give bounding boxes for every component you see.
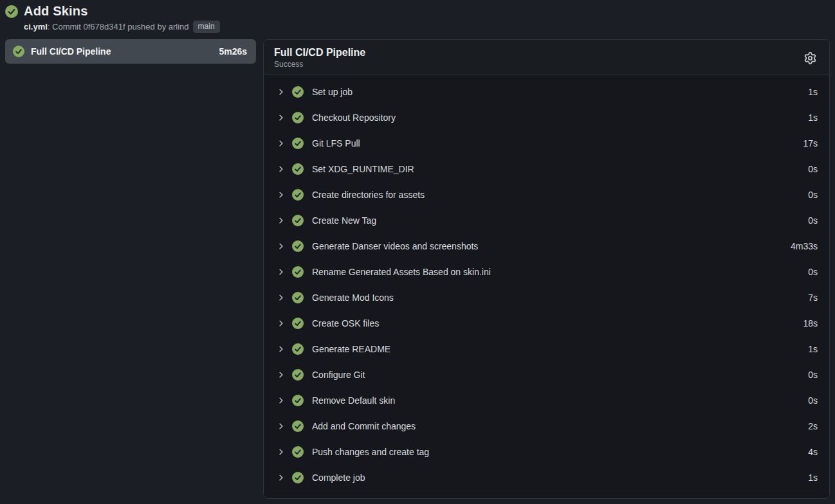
- step-duration: 4s: [808, 447, 818, 457]
- step-row[interactable]: Rename Generated Assets Based on skin.in…: [264, 259, 829, 285]
- run-content: Full CI/CD Pipeline 5m26s Full CI/CD Pip…: [0, 38, 835, 504]
- chevron-right-icon[interactable]: [277, 345, 285, 353]
- chevron-right-icon[interactable]: [277, 371, 285, 379]
- chevron-right-icon[interactable]: [277, 242, 285, 250]
- chevron-right-icon[interactable]: [277, 422, 285, 430]
- step-name: Remove Default skin: [312, 395, 808, 406]
- step-duration: 1s: [808, 473, 818, 483]
- step-duration: 0s: [808, 267, 818, 277]
- step-name: Add and Commit changes: [312, 421, 808, 431]
- step-row[interactable]: Complete job 1s: [264, 465, 829, 491]
- step-name: Generate Danser videos and screenshots: [312, 241, 791, 251]
- step-row[interactable]: Configure Git 0s: [264, 362, 829, 388]
- step-duration: 1s: [808, 113, 818, 123]
- step-duration: 0s: [808, 215, 818, 226]
- step-success-check-circle-icon: [292, 189, 304, 201]
- job-item-full-ci-cd-pipeline[interactable]: Full CI/CD Pipeline 5m26s: [5, 39, 256, 64]
- step-row[interactable]: Create OSK files 18s: [264, 310, 829, 336]
- chevron-right-icon[interactable]: [277, 88, 285, 96]
- step-name: Generate Mod Icons: [312, 292, 808, 303]
- job-success-check-circle-icon: [13, 46, 24, 57]
- step-duration: 0s: [808, 164, 818, 174]
- step-duration: 0s: [808, 190, 818, 200]
- step-row[interactable]: Create directories for assets 0s: [264, 182, 829, 208]
- branch-badge[interactable]: main: [193, 21, 220, 33]
- step-name: Create directories for assets: [312, 190, 808, 200]
- chevron-right-icon[interactable]: [277, 294, 285, 302]
- step-row[interactable]: Generate Danser videos and screenshots 4…: [264, 233, 829, 259]
- step-name: Set up job: [312, 87, 808, 97]
- step-name: Create OSK files: [312, 318, 803, 328]
- step-row[interactable]: Create New Tag 0s: [264, 208, 829, 233]
- step-name: Complete job: [312, 473, 808, 483]
- step-name: Set XDG_RUNTIME_DIR: [312, 164, 808, 174]
- step-success-check-circle-icon: [292, 163, 304, 175]
- step-duration: 2s: [808, 421, 818, 431]
- job-panel-title: Full CI/CD Pipeline: [274, 47, 802, 59]
- step-success-check-circle-icon: [292, 395, 304, 406]
- commit-summary: ci.yml: Commit 0f678d341f pushed by arli…: [24, 22, 189, 32]
- chevron-right-icon[interactable]: [277, 397, 285, 404]
- step-success-check-circle-icon: [292, 472, 304, 483]
- run-title: Add Skins: [24, 4, 88, 19]
- step-success-check-circle-icon: [292, 138, 304, 149]
- step-row[interactable]: Set XDG_RUNTIME_DIR 0s: [264, 156, 829, 182]
- run-subtitle: ci.yml: Commit 0f678d341f pushed by arli…: [24, 21, 829, 33]
- commit-text: : Commit 0f678d341f pushed by arlind: [48, 22, 189, 32]
- step-success-check-circle-icon: [292, 266, 304, 278]
- gear-icon: [804, 52, 816, 64]
- step-name: Git LFS Pull: [312, 138, 803, 148]
- step-duration: 1s: [808, 87, 818, 97]
- chevron-right-icon[interactable]: [277, 217, 285, 224]
- jobs-sidebar: Full CI/CD Pipeline 5m26s: [5, 39, 256, 499]
- step-success-check-circle-icon: [292, 86, 304, 98]
- step-name: Configure Git: [312, 370, 808, 380]
- step-success-check-circle-icon: [292, 318, 304, 329]
- step-row[interactable]: Git LFS Pull 17s: [264, 130, 829, 156]
- step-duration: 1s: [808, 344, 818, 354]
- step-name: Push changes and create tag: [312, 447, 808, 457]
- run-header: Add Skins ci.yml: Commit 0f678d341f push…: [0, 0, 835, 38]
- step-success-check-circle-icon: [292, 240, 304, 252]
- run-success-check-circle-icon: [5, 5, 18, 18]
- chevron-right-icon[interactable]: [277, 268, 285, 276]
- workflow-file-name: ci.yml: [24, 22, 48, 32]
- chevron-right-icon[interactable]: [277, 320, 285, 327]
- step-row[interactable]: Remove Default skin 0s: [264, 388, 829, 413]
- job-panel-status: Success: [274, 60, 802, 69]
- chevron-right-icon[interactable]: [277, 191, 285, 199]
- step-duration: 17s: [803, 138, 818, 148]
- chevron-right-icon[interactable]: [277, 140, 285, 147]
- job-settings-button[interactable]: [802, 50, 819, 67]
- chevron-right-icon[interactable]: [277, 165, 285, 173]
- step-duration: 0s: [808, 395, 818, 406]
- step-success-check-circle-icon: [292, 112, 304, 123]
- step-duration: 0s: [808, 370, 818, 380]
- step-success-check-circle-icon: [292, 420, 304, 432]
- step-row[interactable]: Add and Commit changes 2s: [264, 413, 829, 439]
- step-duration: 18s: [803, 318, 818, 328]
- chevron-right-icon[interactable]: [277, 114, 285, 122]
- job-detail-panel: Full CI/CD Pipeline Success Set up job 1…: [263, 39, 830, 499]
- job-panel-header: Full CI/CD Pipeline Success: [264, 40, 829, 75]
- step-duration: 7s: [808, 292, 818, 303]
- step-row[interactable]: Set up job 1s: [264, 79, 829, 105]
- job-name: Full CI/CD Pipeline: [31, 46, 212, 57]
- step-row[interactable]: Generate Mod Icons 7s: [264, 285, 829, 310]
- step-name: Rename Generated Assets Based on skin.in…: [312, 267, 808, 277]
- step-success-check-circle-icon: [292, 215, 304, 226]
- chevron-right-icon[interactable]: [277, 474, 285, 482]
- chevron-right-icon[interactable]: [277, 448, 285, 456]
- step-name: Generate README: [312, 344, 808, 354]
- step-row[interactable]: Generate README 1s: [264, 336, 829, 362]
- actions-run-page: Add Skins ci.yml: Commit 0f678d341f push…: [0, 0, 835, 504]
- step-success-check-circle-icon: [292, 343, 304, 355]
- job-duration: 5m26s: [219, 46, 247, 57]
- steps-list: Set up job 1s Checkout Repository 1s Git…: [264, 75, 829, 498]
- step-name: Create New Tag: [312, 215, 808, 226]
- step-success-check-circle-icon: [292, 369, 304, 381]
- step-name: Checkout Repository: [312, 113, 808, 123]
- step-duration: 4m33s: [791, 241, 818, 251]
- step-row[interactable]: Push changes and create tag 4s: [264, 439, 829, 465]
- step-row[interactable]: Checkout Repository 1s: [264, 105, 829, 130]
